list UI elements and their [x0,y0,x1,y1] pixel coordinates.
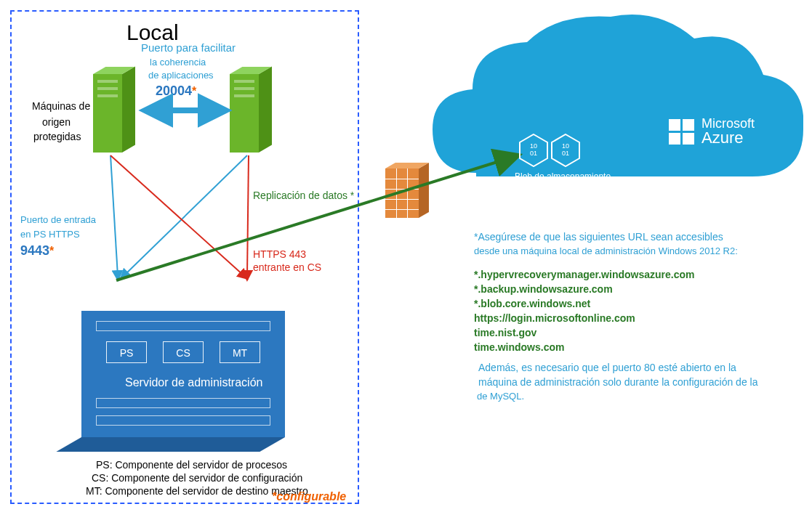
svg-text:10: 10 [530,142,537,150]
note-extra-1: Además, es necesario que el puerto 80 es… [478,362,736,375]
url-0: *.hypervrecoverymanager.windowsazure.com [474,267,694,283]
note-extra-3: de MySQL. [477,391,524,402]
inbound-ps-label-1: Puerto de entrada [20,214,96,226]
note-extra-2: máquina de administración solo durante l… [478,376,757,389]
management-server: PS CS MT Servidor de administración [81,311,285,437]
note-intro-1: *Asegúrese de que las siguientes URL sea… [474,231,723,244]
firewall-icon [385,163,429,218]
url-3: https://login.microsoftonline.com [474,311,635,326]
svg-text:10: 10 [562,142,569,150]
configurable-label: *configurable [272,489,346,504]
url-5: time.windows.com [474,340,564,355]
svg-text:01: 01 [562,150,569,157]
note-intro-2: desde una máquina local de administració… [474,245,738,257]
mgmt-box-ps: PS [106,341,147,363]
hex-icon-2: 1001 [551,134,580,167]
hex-icon-1: 1001 [519,134,548,167]
mgmt-box-mt: MT [220,341,260,363]
url-1: *.backup.windowsazure.com [474,282,613,297]
blob-storage-label: Blob de almacenamiento [515,171,611,182]
source-machines-label-line2: origen [42,116,71,129]
inbound-ps-port: 9443* [20,243,54,259]
source-machines-label-line1: Máquinas de [32,100,90,113]
https-cs-label-1: HTTPS 443 [253,248,306,261]
replication-label: Replicación de datos * [253,190,354,203]
source-machines-label-line3: protegidas [33,131,81,144]
azure-logo: Microsoft Azure [669,116,755,147]
legend-cs: CS: Componente del servidor de configura… [92,472,302,485]
mgmt-box-cs: CS [163,341,204,363]
windows-icon [669,119,694,145]
legend-ps: PS: Componente del servidor de procesos [96,459,287,472]
svg-text:01: 01 [530,150,537,157]
app-port-label-3: de aplicaciones [148,70,214,81]
server-left [93,67,135,153]
mgmt-label: Servidor de administración [125,376,262,389]
url-2: *.blob.core.windows.net [474,296,590,312]
url-4: time.nist.gov [474,325,536,341]
inbound-ps-label-2: en PS HTTPS [20,229,80,240]
server-right [230,67,272,153]
app-port-label-2: la coherencia [150,57,206,68]
https-cs-label-2: entrante en CS [253,261,321,275]
app-port-label-1: Puerto para facilitar [141,41,236,55]
app-port-number: 20004* [156,83,196,99]
